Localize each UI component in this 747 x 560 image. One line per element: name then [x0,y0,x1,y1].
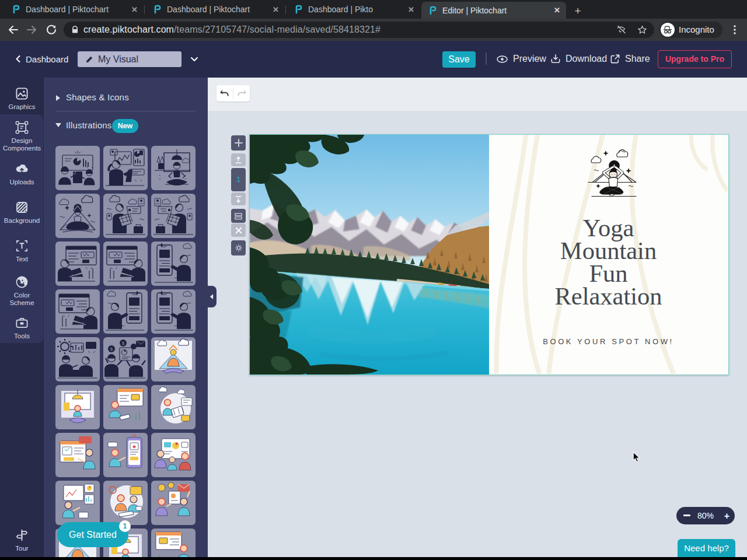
svg-text:$: $ [110,346,113,352]
svg-text:$: $ [122,341,125,346]
